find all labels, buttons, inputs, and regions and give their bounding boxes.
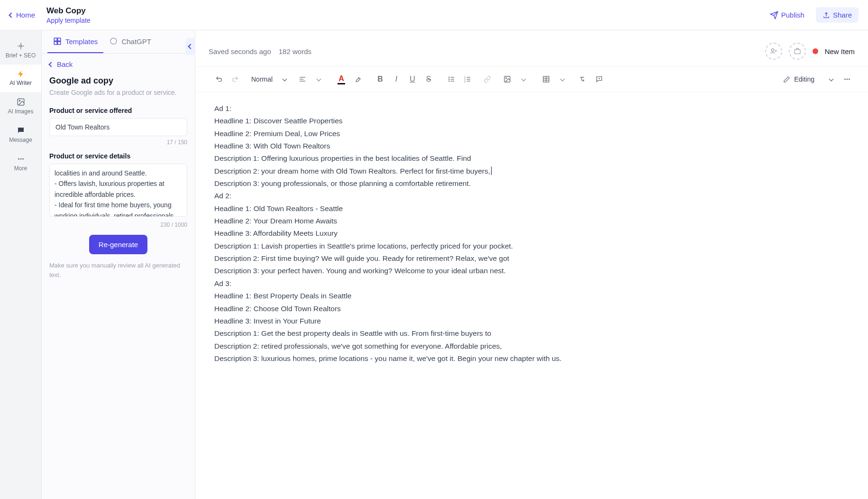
svg-point-36	[847, 79, 848, 80]
svg-rect-7	[58, 38, 61, 41]
bold-button[interactable]: B	[373, 72, 388, 87]
comment-icon	[595, 75, 603, 83]
product-input[interactable]	[49, 118, 187, 136]
rail-message[interactable]: Message	[0, 120, 41, 149]
title-block: Web Copy Apply template	[46, 6, 764, 24]
editing-mode-select[interactable]: Editing	[783, 75, 833, 83]
target-icon	[17, 42, 25, 50]
style-label: Normal	[251, 75, 273, 83]
svg-rect-6	[54, 38, 57, 41]
undo-icon	[215, 75, 223, 83]
pencil-icon	[783, 76, 790, 83]
chevron-down-icon	[560, 76, 565, 81]
rail-more[interactable]: More	[0, 149, 41, 177]
editor-line: Description 3: young professionals, or t…	[214, 177, 849, 190]
collapse-sidebar-button[interactable]	[186, 38, 195, 55]
editor-line: Headline 3: Invest in Your Future	[214, 315, 849, 327]
svg-point-2	[19, 100, 20, 101]
numbered-list-icon: 123	[464, 75, 471, 83]
sidebar: Templates ChatGPT Back Google ad copy Cr…	[42, 30, 195, 499]
add-collaborator-button[interactable]	[765, 43, 782, 60]
apply-template-link[interactable]: Apply template	[46, 17, 764, 24]
template-title: Google ad copy	[49, 76, 187, 86]
image-dropdown[interactable]	[516, 72, 531, 87]
more-menu-button[interactable]	[840, 72, 855, 87]
status-dot-icon	[813, 48, 818, 54]
bold-icon: B	[377, 75, 383, 83]
comment-button[interactable]	[592, 72, 607, 87]
rail-brief-seo[interactable]: Brief + SEO	[0, 36, 41, 65]
mode-label: Editing	[794, 75, 814, 83]
svg-rect-9	[58, 42, 61, 45]
redo-icon	[231, 75, 239, 83]
app-header: Home Web Copy Apply template Publish Sha…	[0, 0, 868, 30]
link-button[interactable]	[480, 72, 495, 87]
rail-label: AI Writer	[9, 80, 31, 86]
editor-line: Description 1: Get the best property dea…	[214, 327, 849, 340]
editor-line: Headline 2: Your Dream Home Awaits	[214, 215, 849, 227]
svg-point-5	[22, 158, 24, 160]
details-label: Product or service details	[49, 152, 187, 160]
editor-line: Headline 3: Affordability Meets Luxury	[214, 227, 849, 240]
image-icon	[503, 75, 511, 83]
strikethrough-button[interactable]: S	[421, 72, 436, 87]
share-button[interactable]: Share	[816, 7, 859, 23]
new-item-label[interactable]: New Item	[825, 47, 855, 55]
details-textarea[interactable]	[49, 164, 187, 217]
paragraph-style-select[interactable]: Normal	[247, 75, 290, 83]
undo-button[interactable]	[211, 72, 227, 87]
table-button[interactable]	[539, 72, 554, 87]
left-rail: Brief + SEO AI Writer AI Images Message	[0, 30, 42, 499]
numbered-list-button[interactable]: 123	[460, 72, 475, 87]
rail-label: More	[14, 165, 27, 172]
highlight-button[interactable]	[350, 72, 365, 87]
upload-icon	[822, 11, 830, 19]
align-button[interactable]	[295, 72, 310, 87]
home-button[interactable]: Home	[9, 11, 35, 19]
editor-line: Description 2: your dream home with Old …	[214, 165, 849, 177]
regenerate-button[interactable]: Re-generate	[89, 235, 147, 254]
back-link[interactable]: Back	[49, 60, 187, 68]
dots-icon	[843, 75, 851, 83]
table-dropdown[interactable]	[555, 72, 570, 87]
chevron-left-icon	[48, 62, 54, 67]
rail-ai-writer[interactable]: AI Writer	[0, 65, 41, 92]
sidebar-tabs: Templates ChatGPT	[42, 30, 195, 54]
editor-line: Description 1: Lavish properties in Seat…	[214, 240, 849, 252]
chevron-down-icon	[283, 76, 287, 81]
svg-point-15	[449, 77, 449, 77]
chevron-down-icon	[521, 76, 526, 81]
strikethrough-icon: S	[426, 75, 431, 83]
editor-line: Headline 2: Premium Deal, Low Prices	[214, 128, 849, 140]
briefcase-icon	[794, 47, 801, 55]
clear-formatting-button[interactable]	[575, 72, 590, 87]
italic-icon: I	[395, 75, 397, 83]
editor-line: Ad 3:	[214, 277, 849, 290]
rail-ai-images[interactable]: AI Images	[0, 92, 41, 120]
redo-button[interactable]	[228, 72, 243, 87]
text-color-button[interactable]: A	[334, 72, 349, 87]
publish-label: Publish	[781, 11, 804, 19]
editor-line: Description 3: luxurious homes, prime lo…	[214, 352, 849, 365]
svg-point-37	[849, 79, 850, 80]
image-insert-button[interactable]	[500, 72, 515, 87]
editor-line: Ad 2:	[214, 190, 849, 202]
editor-content[interactable]: Ad 1: Headline 1: Discover Seattle Prope…	[195, 92, 868, 375]
briefcase-button[interactable]	[789, 43, 806, 60]
table-icon	[542, 75, 550, 83]
editor-line: Ad 1:	[214, 102, 849, 115]
align-dropdown[interactable]	[311, 72, 326, 87]
italic-button[interactable]: I	[389, 72, 404, 87]
svg-point-35	[844, 79, 846, 80]
svg-point-3	[18, 158, 19, 160]
tab-templates[interactable]: Templates	[47, 30, 103, 53]
text-color-icon: A	[338, 74, 345, 84]
bullet-list-button[interactable]	[444, 72, 459, 87]
editor-line: Headline 2: Choose Old Town Realtors	[214, 303, 849, 315]
chat-icon	[17, 126, 25, 135]
person-plus-icon	[770, 47, 777, 55]
publish-button[interactable]: Publish	[764, 7, 810, 23]
underline-button[interactable]: U	[405, 72, 420, 87]
tab-chatgpt[interactable]: ChatGPT	[103, 30, 157, 53]
details-counter: 230 / 1000	[49, 222, 187, 228]
